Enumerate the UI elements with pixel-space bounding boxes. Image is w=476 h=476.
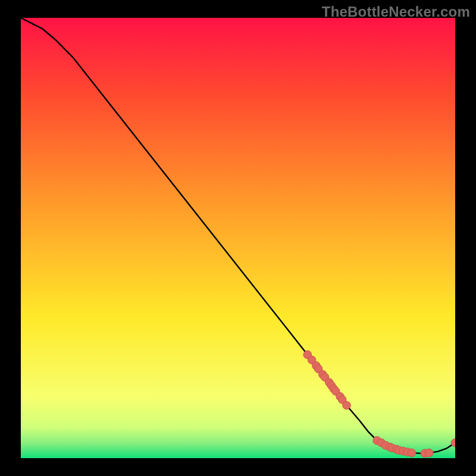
marker-dot (343, 401, 351, 409)
marker-dot (408, 449, 416, 457)
marker-dot (425, 449, 433, 457)
chart-container: TheBottleNecker.com (0, 0, 476, 476)
plot-area (21, 18, 455, 458)
gradient-bg (21, 18, 455, 458)
chart-svg (21, 18, 455, 458)
